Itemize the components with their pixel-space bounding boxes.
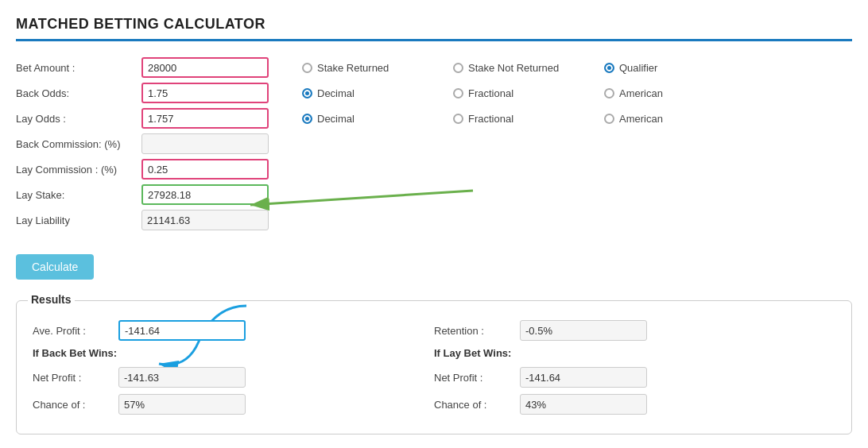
fractional-lay-option[interactable]: Fractional — [453, 108, 604, 129]
retention-label: Retention : — [434, 325, 513, 337]
decimal-lay-label: Decimal — [317, 113, 355, 125]
lay-net-profit-value: -141.64 — [520, 367, 647, 388]
back-net-profit-row: Net Profit : -141.63 — [33, 367, 434, 388]
stake-not-returned-label: Stake Not Returned — [468, 62, 559, 74]
retention-value: -0.5% — [520, 320, 647, 341]
qualifier-option[interactable]: Qualifier — [604, 57, 755, 78]
lay-stake-row: Lay Stake: — [16, 184, 302, 205]
back-odds-row: Back Odds: — [16, 83, 302, 103]
qualifier-label: Qualifier — [619, 62, 657, 74]
lay-stake-label: Lay Stake: — [16, 189, 135, 201]
decimal-lay-radio[interactable] — [302, 114, 312, 124]
lay-liability-label: Lay Liability — [16, 214, 135, 226]
results-section: Results Ave. Profit : -141.64 If Back Be… — [16, 300, 852, 434]
fractional-lay-label: Fractional — [468, 113, 513, 125]
back-net-profit-label: Net Profit : — [33, 372, 112, 384]
lay-liability-input — [141, 210, 269, 230]
decimal-back-label: Decimal — [317, 87, 355, 99]
fractional-lay-radio[interactable] — [453, 114, 463, 124]
stake-returned-option[interactable]: Stake Returned — [302, 57, 453, 78]
american-back-label: American — [619, 87, 663, 99]
lay-liability-row: Lay Liability — [16, 210, 302, 230]
stake-not-returned-radio[interactable] — [453, 63, 463, 73]
results-title: Results — [28, 293, 75, 306]
fractional-back-option[interactable]: Fractional — [453, 83, 604, 103]
back-odds-label: Back Odds: — [16, 87, 135, 99]
american-back-radio[interactable] — [604, 88, 614, 98]
american-back-option[interactable]: American — [604, 83, 755, 103]
if-lay-wins-label: If Lay Bet Wins: — [434, 347, 835, 359]
lay-chance-row: Chance of : 43% — [434, 394, 835, 415]
back-net-profit-value: -141.63 — [118, 367, 246, 388]
american-lay-label: American — [619, 113, 663, 125]
ave-profit-value: -141.64 — [118, 320, 246, 341]
ave-profit-label: Ave. Profit : — [33, 325, 112, 337]
back-chance-label: Chance of : — [33, 399, 112, 411]
back-odds-input[interactable] — [141, 83, 269, 103]
lay-chance-value: 43% — [520, 394, 647, 415]
back-commission-row: Back Commission: (%) — [16, 133, 302, 154]
qualifier-radio[interactable] — [604, 63, 614, 73]
decimal-lay-option[interactable]: Decimal — [302, 108, 453, 129]
blue-divider — [16, 39, 852, 41]
back-chance-row: Chance of : 57% — [33, 394, 434, 415]
decimal-back-option[interactable]: Decimal — [302, 83, 453, 103]
american-lay-radio[interactable] — [604, 114, 614, 124]
ave-profit-row: Ave. Profit : -141.64 — [33, 320, 434, 341]
lay-commission-input[interactable] — [141, 159, 269, 180]
stake-not-returned-option[interactable]: Stake Not Returned — [453, 57, 604, 78]
fractional-back-label: Fractional — [468, 87, 513, 99]
lay-chance-label: Chance of : — [434, 399, 513, 411]
lay-stake-input[interactable] — [141, 184, 269, 205]
lay-commission-label: Lay Commission : (%) — [16, 164, 135, 176]
stake-returned-radio[interactable] — [302, 63, 312, 73]
stake-returned-label: Stake Returned — [317, 62, 389, 74]
fractional-back-radio[interactable] — [453, 88, 463, 98]
decimal-back-radio[interactable] — [302, 88, 312, 98]
back-commission-input[interactable] — [141, 133, 269, 154]
lay-odds-label: Lay Odds : — [16, 113, 135, 125]
back-chance-value: 57% — [118, 394, 246, 415]
retention-row: Retention : -0.5% — [434, 320, 835, 341]
lay-net-profit-row: Net Profit : -141.64 — [434, 367, 835, 388]
if-back-wins-label: If Back Bet Wins: — [33, 347, 434, 359]
lay-odds-row: Lay Odds : — [16, 108, 302, 129]
bet-amount-row: Bet Amount : — [16, 57, 302, 78]
lay-net-profit-label: Net Profit : — [434, 372, 513, 384]
page-title: MATCHED BETTING CALCULATOR — [16, 16, 852, 33]
calculate-button[interactable]: Calculate — [16, 254, 94, 280]
bet-amount-input[interactable] — [141, 57, 269, 78]
back-commission-label: Back Commission: (%) — [16, 138, 135, 150]
american-lay-option[interactable]: American — [604, 108, 755, 129]
lay-commission-row: Lay Commission : (%) — [16, 159, 302, 180]
bet-amount-label: Bet Amount : — [16, 62, 135, 74]
lay-odds-input[interactable] — [141, 108, 269, 129]
